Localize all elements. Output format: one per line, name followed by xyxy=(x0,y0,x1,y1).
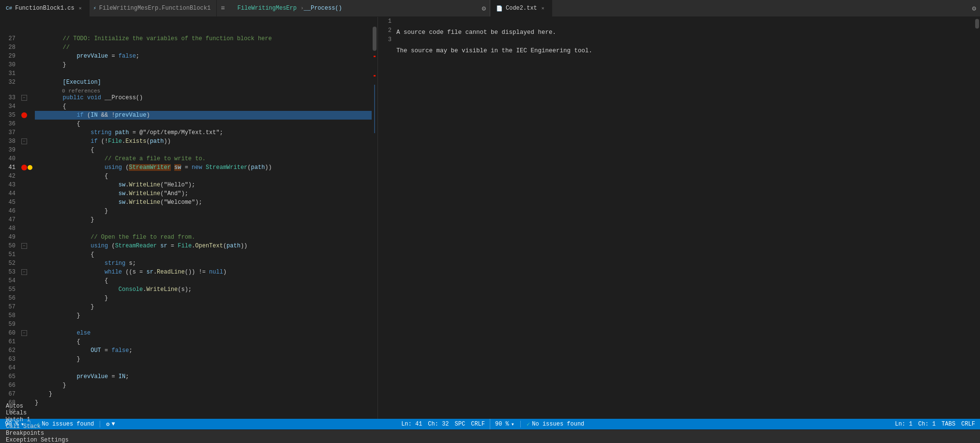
line-number: 32 xyxy=(2,78,20,93)
fold-marker[interactable]: − xyxy=(21,330,27,336)
crlf-right-text: CRLF xyxy=(961,421,975,428)
table-row: 69 xyxy=(2,407,372,416)
fold-marker[interactable]: − xyxy=(21,95,27,101)
table-row: 29 prevValue = false; xyxy=(2,52,372,61)
zoom-right-arrow: ▾ xyxy=(511,421,514,428)
right-scrollbar[interactable] xyxy=(974,17,980,419)
line-number: 69 xyxy=(2,407,20,416)
left-scrollbar-thumb xyxy=(373,27,377,51)
line-number: 53 xyxy=(2,268,20,276)
no-issues-right[interactable]: ✓ No issues found xyxy=(527,421,584,428)
breakpoint-dot[interactable] xyxy=(21,165,27,170)
fold-marker[interactable]: − xyxy=(21,138,27,144)
line-number: 66 xyxy=(2,381,20,390)
tab-cs-close[interactable]: ✕ xyxy=(77,5,83,12)
line-number: 30 xyxy=(2,61,20,69)
code-line: { xyxy=(35,120,372,128)
table-row: 30 } xyxy=(2,61,372,69)
right-split-settings[interactable]: ⚙ xyxy=(968,4,980,13)
status-div3 xyxy=(520,421,521,428)
gutter-cell xyxy=(20,52,35,61)
breakpoint-dot[interactable] xyxy=(21,112,27,118)
tab-txt-label: Code2.txt xyxy=(506,5,537,12)
tab-settings-btn[interactable]: ≡ xyxy=(217,4,228,12)
code-line: else xyxy=(35,329,372,337)
status-bar: 90 % ▾ ✓ No issues found ⚙ ▼ Ln: 41 Ch: … xyxy=(0,419,980,429)
tab-txt-close[interactable]: ✕ xyxy=(540,5,546,12)
code-line: } xyxy=(35,61,372,69)
code-line: { xyxy=(35,102,372,111)
table-row: 43 sw.WriteLine("Hello"); xyxy=(2,181,372,189)
code-line: } xyxy=(35,311,372,320)
filter-btn[interactable]: ⚙ ▼ xyxy=(106,421,115,428)
tabs-right: TABS xyxy=(941,421,955,428)
right-line-numbers: 1 2 3 xyxy=(378,17,396,419)
code-line: string path = @"/opt/temp/MyText.txt"; xyxy=(35,128,372,137)
table-row: 46 } xyxy=(2,207,372,215)
table-row: 48 xyxy=(2,224,372,233)
left-scrollbar[interactable] xyxy=(372,17,377,419)
code-line: } xyxy=(35,207,372,215)
line-number: 45 xyxy=(2,198,20,207)
code-line: } xyxy=(35,294,372,303)
tab-txt-file[interactable]: 📄 Code2.txt ✕ xyxy=(490,0,552,16)
fold-marker[interactable]: − xyxy=(21,243,27,249)
code-line: { xyxy=(35,146,372,154)
code-line: using (StreamWriter sw = new StreamWrite… xyxy=(35,163,372,172)
table-row: 54 { xyxy=(2,276,372,285)
toolbar-item-exception-settings[interactable]: Exception Settings xyxy=(0,437,75,443)
tab-cs-file[interactable]: C# FunctionBlock1.cs ✕ xyxy=(0,0,90,16)
fold-marker[interactable]: − xyxy=(21,269,27,275)
line-number: 37 xyxy=(2,128,20,137)
gutter-cell xyxy=(20,276,35,285)
line-number: 28 xyxy=(2,43,20,52)
tab-fb-file[interactable]: ⚡ FileWritingMesErp.FunctionBlock1 xyxy=(90,0,217,16)
line-number: 64 xyxy=(2,364,20,372)
gutter-cell xyxy=(20,390,35,398)
code-line: while ((s = sr.ReadLine()) != null) xyxy=(35,268,372,276)
ch-left-text: Ch: 32 xyxy=(428,421,449,428)
line-number: 48 xyxy=(2,224,20,233)
left-tab-bar: C# FunctionBlock1.cs ✕ ⚡ FileWritingMesE… xyxy=(0,0,490,16)
line-number: 41 xyxy=(2,163,20,172)
code-line: { xyxy=(35,276,372,285)
code-line xyxy=(35,364,372,372)
line-number: 36 xyxy=(2,120,20,128)
cs-icon: C# xyxy=(6,5,12,11)
table-row: 49 // Open the file to read from. xyxy=(2,233,372,242)
left-code-content[interactable]: 27 // TODO: Initialize the variables of … xyxy=(0,17,372,419)
left-split-settings[interactable]: ⚙ xyxy=(478,4,490,13)
code-line: sw.WriteLine("Hello"); xyxy=(35,181,372,189)
zoom-right[interactable]: 90 % ▾ xyxy=(495,421,514,428)
code-line: { xyxy=(35,172,372,181)
gutter-cell xyxy=(20,198,35,207)
table-row: 27 // TODO: Initialize the variables of … xyxy=(2,34,372,43)
code-line: sw.WriteLine("And"); xyxy=(35,189,372,198)
table-row: 55 Console.WriteLine(s); xyxy=(2,285,372,294)
gutter-cell xyxy=(20,285,35,294)
gutter-cell: − xyxy=(20,329,35,337)
crlf-left-text: CRLF xyxy=(471,421,485,428)
table-row: 47 } xyxy=(2,215,372,224)
ln-right-text: Ln: 1 xyxy=(895,421,912,428)
code-line: { xyxy=(35,337,372,346)
code-line xyxy=(35,407,372,416)
line-number: 29 xyxy=(2,52,20,61)
line-number: 38 xyxy=(2,137,20,146)
code-line: } xyxy=(35,381,372,390)
toolbar-item-call-stack[interactable]: Call Stack xyxy=(0,423,75,430)
gutter-cell: − xyxy=(20,137,35,146)
code-line: // xyxy=(35,43,372,52)
left-editor: 27 // TODO: Initialize the variables of … xyxy=(0,17,377,419)
gutter-cell xyxy=(20,128,35,137)
code-line: // TODO: Initialize the variables of the… xyxy=(35,34,372,43)
gutter-cell: − xyxy=(20,268,35,276)
tab-bar: C# FunctionBlock1.cs ✕ ⚡ FileWritingMesE… xyxy=(0,0,980,17)
gutter-cell xyxy=(20,43,35,52)
code-line xyxy=(35,320,372,329)
ln-right: Ln: 1 xyxy=(895,421,912,428)
toolbar-item-breakpoints[interactable]: Breakpoints xyxy=(0,430,75,437)
gutter-cell xyxy=(20,224,35,233)
gutter-cell xyxy=(20,120,35,128)
no-issues-right-text: No issues found xyxy=(532,421,584,428)
